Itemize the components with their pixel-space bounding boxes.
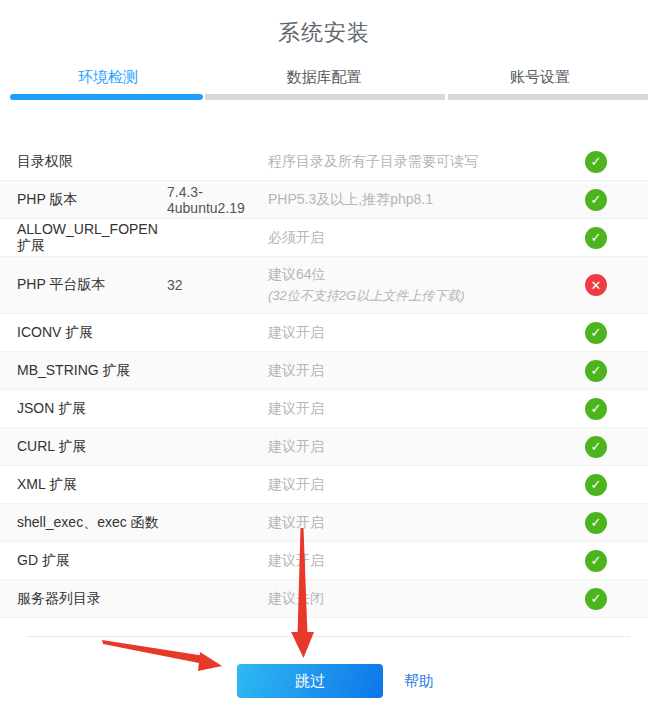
tab-database-config[interactable]: 数据库配置 [216,62,432,92]
check-name: MB_STRING 扩展 [17,362,167,380]
status-ok-icon [585,322,607,344]
status-ok-icon [585,227,607,249]
footer: 跳过 帮助 [0,664,648,698]
check-remark: PHP5.3及以上,推荐php8.1 [268,191,433,207]
table-row: 目录权限 程序目录及所有子目录需要可读写 [0,143,648,181]
status-ok-icon [585,550,607,572]
check-name: JSON 扩展 [17,400,167,418]
check-remark: 建议关闭 [268,590,324,606]
check-name: 服务器列目录 [17,590,167,608]
check-name: ALLOW_URL_FOPEN 扩展 [17,221,167,255]
footer-divider [28,636,630,637]
step-indicator-2 [205,94,445,100]
status-fail-icon [585,274,607,296]
check-remark: 建议开启 [268,324,324,340]
check-value: 7.4.3-4ubuntu2.19 [167,184,268,216]
check-name: 目录权限 [17,153,167,171]
status-ok-icon [585,512,607,534]
check-remark: 建议64位 [268,266,326,282]
table-row: 服务器列目录 建议关闭 [0,580,648,618]
check-remark: 建议开启 [268,400,324,416]
check-remark: 建议开启 [268,514,324,530]
status-ok-icon [585,151,607,173]
table-row: shell_exec、exec 函数 建议开启 [0,504,648,542]
status-ok-icon [585,189,607,211]
tab-account-settings[interactable]: 账号设置 [432,62,648,92]
table-row: GD 扩展 建议开启 [0,542,648,580]
check-remark: 建议开启 [268,362,324,378]
check-name: PHP 版本 [17,191,167,209]
page-title: 系统安装 [0,18,648,48]
check-remark: 程序目录及所有子目录需要可读写 [268,153,478,169]
table-row: XML 扩展 建议开启 [0,466,648,504]
step-indicator-1 [10,94,203,100]
table-row: ALLOW_URL_FOPEN 扩展 必须开启 [0,219,648,257]
status-ok-icon [585,588,607,610]
table-row: MB_STRING 扩展 建议开启 [0,352,648,390]
status-ok-icon [585,474,607,496]
table-row: PHP 平台版本 32 建议64位(32位不支持2G以上文件上传下载) [0,257,648,314]
check-name: XML 扩展 [17,476,167,494]
tab-environment-check[interactable]: 环境检测 [0,62,216,92]
check-name: GD 扩展 [17,552,167,570]
environment-check-table: 目录权限 程序目录及所有子目录需要可读写 PHP 版本 7.4.3-4ubunt… [0,143,648,618]
check-value: 32 [167,277,268,293]
status-ok-icon [585,360,607,382]
install-wizard-page: 系统安装 环境检测 数据库配置 账号设置 目录权限 程序目录及所有子目录需要可读… [0,0,648,708]
table-row: CURL 扩展 建议开启 [0,428,648,466]
check-remark: 建议开启 [268,552,324,568]
check-name: shell_exec、exec 函数 [17,514,167,532]
check-remark: 必须开启 [268,229,324,245]
wizard-tabs: 环境检测 数据库配置 账号设置 [0,62,648,92]
table-row: PHP 版本 7.4.3-4ubuntu2.19 PHP5.3及以上,推荐php… [0,181,648,219]
table-row: JSON 扩展 建议开启 [0,390,648,428]
table-row: ICONV 扩展 建议开启 [0,314,648,352]
status-ok-icon [585,436,607,458]
check-remark-note: (32位不支持2G以上文件上传下载) [268,285,585,306]
check-remark: 建议开启 [268,438,324,454]
check-remark: 建议开启 [268,476,324,492]
status-ok-icon [585,398,607,420]
skip-button[interactable]: 跳过 [237,664,383,698]
check-name: PHP 平台版本 [17,276,167,294]
step-indicator-3 [448,94,648,100]
check-name: ICONV 扩展 [17,324,167,342]
help-link[interactable]: 帮助 [404,664,434,698]
step-progress-bar [0,94,648,100]
check-name: CURL 扩展 [17,438,167,456]
